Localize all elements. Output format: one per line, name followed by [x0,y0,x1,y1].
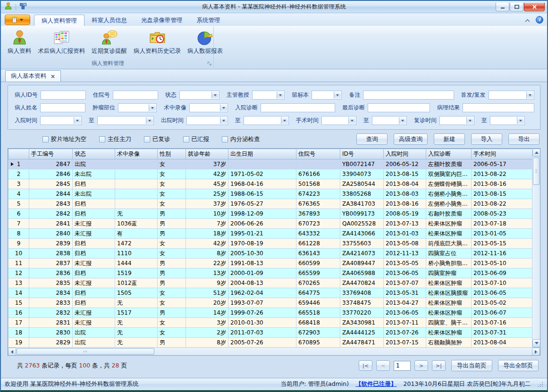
user-icon[interactable] [4,2,12,12]
ribbon-tab-department-staff[interactable]: 科室人员信息 [84,15,134,26]
filter-input-admission-diagnosis[interactable] [261,103,335,112]
table-row[interactable]: 62842归档无男10岁1998-12-09367893YB0099173200… [8,209,532,219]
filter-input-remarks[interactable] [363,91,454,100]
import-button[interactable]: 导入 [471,133,502,145]
export-all-pages-button[interactable]: 导出全部页 [498,360,539,371]
chevron-down-icon[interactable] [348,117,355,124]
column-header-入院诊断[interactable]: 入院诊断 [426,149,472,159]
followup-reminder-button[interactable]: 近期复诊提醒 [88,28,130,57]
filter-combo-chief-professor[interactable] [252,91,285,100]
table-row[interactable]: 52843归档女37岁1976-05-27676365ZA38417032013… [8,199,532,209]
ribbon-tab-system-management[interactable]: 系统管理 [190,15,228,26]
checkbox-film-address-empty[interactable]: 胶片地址为空 [42,135,86,143]
patient-history-button[interactable]: 病人资料历史记录 [130,28,184,57]
table-row[interactable]: 72841未汇报1036蓝男7岁2006-06-26670723QA002552… [8,219,532,229]
maximize-button[interactable] [510,3,523,11]
close-button[interactable] [524,3,545,11]
doc-tab-patient-basic-data[interactable]: 病人基本资料 × [5,70,61,82]
minimize-button[interactable] [496,3,509,11]
horizontal-scrollbar-thumb[interactable] [17,348,154,355]
chevron-down-icon[interactable] [334,92,341,99]
column-header-selector[interactable] [8,149,29,159]
page-number-input[interactable] [394,361,411,371]
filter-combo-tumor-site[interactable] [118,103,157,112]
column-header-性别[interactable]: 性别 [158,149,186,159]
dialog-launcher-icon[interactable] [207,61,212,67]
first-page-button[interactable]: |< [359,360,372,371]
table-row[interactable]: 132835未汇报1012蓝男9岁2004-08-13670265ZA44708… [8,278,532,288]
scroll-up-arrow[interactable] [532,149,540,157]
modules-icon[interactable] [19,2,27,12]
chevron-down-icon[interactable] [211,92,219,99]
chevron-down-icon[interactable] [466,117,473,124]
next-page-button[interactable]: > [414,360,428,371]
export-current-page-button[interactable]: 导出当前页 [451,360,492,371]
patient-report-button[interactable]: 病人数据报表 [184,28,226,57]
chevron-down-icon[interactable] [220,117,227,124]
table-row[interactable]: 182830出院无女2岁2011-07-03672903ZA4444125201… [8,328,532,338]
table-row[interactable]: 192829出院无男8岁2005-07-26670895ZA4478471201… [8,338,532,348]
chevron-down-icon[interactable] [517,117,524,124]
filter-input-admission-no[interactable] [113,91,158,100]
last-page-button[interactable]: >| [432,360,446,371]
chevron-down-icon[interactable] [74,117,81,124]
ribbon-tab-disc-tape-management[interactable]: 光盘录像带管理 [134,15,190,26]
filter-combo-discharge-date-to[interactable] [244,116,289,125]
table-row[interactable]: 172831未汇报无女3岁2010-01-30668418ZA343098120… [8,318,532,328]
prev-page-button[interactable]: < [376,360,390,371]
column-header-手术时间[interactable]: 手术时间 [472,149,532,159]
column-header-出生日期[interactable]: 出生日期 [228,149,296,159]
chevron-down-icon[interactable] [146,117,153,124]
chevron-down-icon[interactable] [149,104,156,111]
filter-combo-surgery-date-from[interactable] [321,116,356,125]
chevron-down-icon[interactable] [220,104,227,111]
filter-input-final-diagnosis[interactable] [368,103,430,112]
column-header-住院号[interactable]: 住院号 [296,149,340,159]
table-row[interactable]: 22846未出院女42岁1971-05-02676166339040732013… [8,169,532,179]
filter-combo-first-or-relapse[interactable] [489,91,534,100]
vertical-scrollbar[interactable] [532,149,540,347]
scroll-right-arrow[interactable] [532,348,540,356]
column-header-术中录像[interactable]: 术中录像 [115,149,158,159]
info-icon[interactable]: i [536,16,543,24]
table-row[interactable]: 42844未出院女25岁1988-06-15674223338052682013… [8,189,532,199]
column-header-ID号[interactable]: ID号 [340,149,384,159]
chevron-down-icon[interactable] [526,92,533,99]
chevron-down-icon[interactable] [281,117,288,124]
new-button[interactable]: 新建 [434,133,465,145]
checkbox-endocrine-exam[interactable]: 内分泌检查 [222,135,260,143]
tab-close-icon[interactable]: × [51,74,55,79]
filter-combo-specimen-kept[interactable] [312,91,342,100]
scroll-left-arrow[interactable] [8,348,16,356]
table-row[interactable]: 32845归档女45岁1968-04-16501568ZA25805442013… [8,179,532,189]
chevron-down-icon[interactable] [399,117,406,124]
filter-input-pathology-result[interactable] [463,103,534,112]
filter-input-patient-id[interactable] [41,91,86,100]
table-row[interactable]: 12847出院女37岁YB00721472006-05-12左额叶胶质瘤2006… [8,159,532,169]
chevron-down-icon[interactable] [277,92,284,99]
advanced-query-button[interactable]: 高级查询 [394,133,428,145]
column-header-就诊年龄[interactable]: 就诊年龄 [186,149,228,159]
horizontal-scrollbar[interactable] [8,347,540,355]
filter-combo-followup-date-to[interactable] [490,116,525,125]
table-row[interactable]: 112837未汇报1444男22岁1991-08-13660599ZA40894… [8,259,532,268]
filter-combo-admission-date-from[interactable] [40,116,82,125]
filter-combo-intraop-video[interactable] [189,103,228,112]
filter-combo-discharge-date-from[interactable] [186,116,228,125]
column-header-状态[interactable]: 状态 [73,149,115,159]
checkbox-reported[interactable]: 已汇报 [183,135,210,143]
table-row[interactable]: 102838归档1110女8岁2005-10-30636143ZA4214073… [8,249,532,259]
collapse-ribbon-icon[interactable] [525,15,530,24]
patient-data-button[interactable]: 病人资料 [4,28,34,57]
scroll-down-arrow[interactable] [532,339,540,347]
filter-combo-admission-date-to[interactable] [97,116,154,125]
column-header-手工编号[interactable]: 手工编号 [29,149,73,159]
checkbox-director-surgeon[interactable]: 主任主刀 [99,135,131,143]
table-row[interactable]: 92839归档1472女42岁1970-08-19661228337556032… [8,239,532,249]
checkbox-followed-up[interactable]: 已复诊 [144,135,170,143]
table-row[interactable]: 82840未汇报有男18岁1995-01-21643332ZA414306620… [8,229,532,239]
ribbon-tab-patient-data-management[interactable]: 病人资料管理 [34,15,84,26]
filter-combo-status[interactable] [179,91,219,100]
filter-input-patient-name[interactable] [40,103,85,112]
table-row[interactable]: 122836归档1519男13岁2000-01-09665599ZA406598… [8,268,532,278]
